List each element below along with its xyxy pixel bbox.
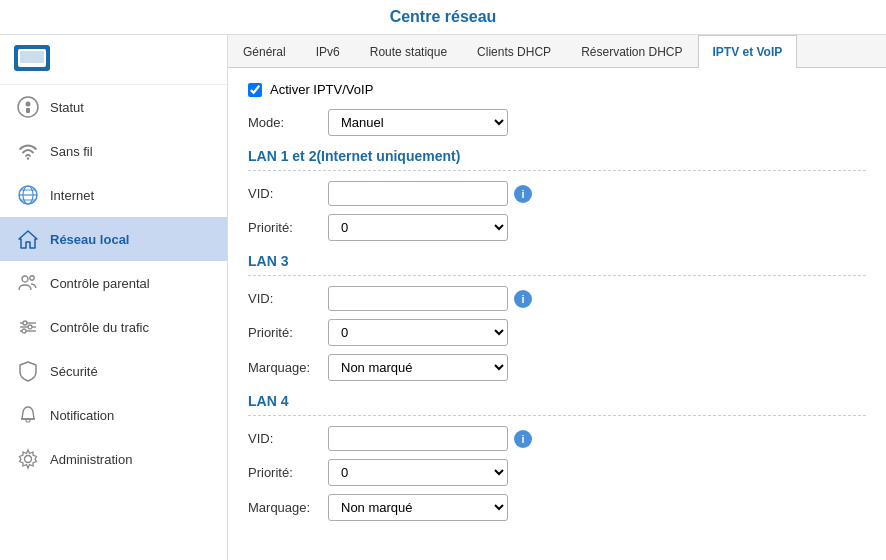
- lan3-vid-input[interactable]: [328, 286, 508, 311]
- notification-icon: [16, 403, 40, 427]
- lan3-vid-label: VID:: [248, 291, 328, 306]
- lan1-vid-label: VID:: [248, 186, 328, 201]
- lan4-priorite-label: Priorité:: [248, 465, 328, 480]
- sidebar-label-sans-fil: Sans fil: [50, 144, 93, 159]
- sidebar-item-controle-trafic[interactable]: Contrôle du trafic: [0, 305, 227, 349]
- svg-marker-12: [19, 231, 37, 248]
- trafic-icon: [16, 315, 40, 339]
- lan4-marquage-label: Marquage:: [248, 500, 328, 515]
- lan3-marquage-label: Marquage:: [248, 360, 328, 375]
- lan1-vid-input-wrap: i: [328, 181, 532, 206]
- sidebar-logo: [0, 35, 227, 85]
- lan4-marquage-row: Marquage: Non marquéMarqué: [248, 494, 866, 521]
- tab-clients-dhcp[interactable]: Clients DHCP: [462, 35, 566, 68]
- sidebar: Statut Sans fil: [0, 35, 228, 560]
- tab-iptv-voip[interactable]: IPTV et VoIP: [698, 35, 798, 68]
- sidebar-item-sans-fil[interactable]: Sans fil: [0, 129, 227, 173]
- lan1-section-title: LAN 1 et 2(Internet uniquement): [248, 148, 866, 171]
- tab-route-statique[interactable]: Route statique: [355, 35, 462, 68]
- lan4-priorite-row: Priorité: 0123 4567: [248, 459, 866, 486]
- lan4-vid-row: VID: i: [248, 426, 866, 451]
- sidebar-label-securite: Sécurité: [50, 364, 98, 379]
- sidebar-label-administration: Administration: [50, 452, 132, 467]
- sidebar-item-administration[interactable]: Administration: [0, 437, 227, 481]
- svg-point-6: [27, 157, 29, 159]
- svg-point-18: [23, 321, 27, 325]
- sidebar-item-controle-parental[interactable]: Contrôle parental: [0, 261, 227, 305]
- svg-point-13: [22, 276, 28, 282]
- tab-bar: Général IPv6 Route statique Clients DHCP…: [228, 35, 886, 68]
- lan3-vid-info-icon[interactable]: i: [514, 290, 532, 308]
- main-content: Général IPv6 Route statique Clients DHCP…: [228, 35, 886, 560]
- mode-select[interactable]: Manuel Automatique: [328, 109, 508, 136]
- sidebar-item-internet[interactable]: Internet: [0, 173, 227, 217]
- page-title: Centre réseau: [0, 0, 886, 35]
- lan1-vid-info-icon[interactable]: i: [514, 185, 532, 203]
- sidebar-item-reseau-local[interactable]: Réseau local: [0, 217, 227, 261]
- sidebar-item-notification[interactable]: Notification: [0, 393, 227, 437]
- lan4-vid-input-wrap: i: [328, 426, 532, 451]
- activer-iptv-row: Activer IPTV/VoIP: [248, 82, 866, 97]
- sidebar-label-controle-parental: Contrôle parental: [50, 276, 150, 291]
- sidebar-label-notification: Notification: [50, 408, 114, 423]
- wifi-icon: [16, 139, 40, 163]
- svg-point-19: [28, 325, 32, 329]
- content-body: Activer IPTV/VoIP Mode: Manuel Automatiq…: [228, 68, 886, 560]
- sidebar-item-securite[interactable]: Sécurité: [0, 349, 227, 393]
- security-icon: [16, 359, 40, 383]
- sidebar-label-statut: Statut: [50, 100, 84, 115]
- activer-iptv-checkbox[interactable]: [248, 83, 262, 97]
- mode-row: Mode: Manuel Automatique: [248, 109, 866, 136]
- lan3-priorite-label: Priorité:: [248, 325, 328, 340]
- sidebar-label-controle-trafic: Contrôle du trafic: [50, 320, 149, 335]
- lan1-priorite-select[interactable]: 0123 4567: [328, 214, 508, 241]
- lan3-marquage-select[interactable]: Non marquéMarqué: [328, 354, 508, 381]
- tab-ipv6[interactable]: IPv6: [301, 35, 355, 68]
- lan3-priorite-select[interactable]: 0123 4567: [328, 319, 508, 346]
- statut-icon: [16, 95, 40, 119]
- activer-iptv-label: Activer IPTV/VoIP: [270, 82, 373, 97]
- lan1-vid-row: VID: i: [248, 181, 866, 206]
- lan3-marquage-row: Marquage: Non marquéMarqué: [248, 354, 866, 381]
- home-icon: [16, 227, 40, 251]
- lan1-priorite-label: Priorité:: [248, 220, 328, 235]
- tab-general[interactable]: Général: [228, 35, 301, 68]
- lan1-vid-input[interactable]: [328, 181, 508, 206]
- lan4-priorite-select[interactable]: 0123 4567: [328, 459, 508, 486]
- lan4-vid-label: VID:: [248, 431, 328, 446]
- sidebar-label-internet: Internet: [50, 188, 94, 203]
- tab-reservation-dhcp[interactable]: Réservation DHCP: [566, 35, 697, 68]
- lan3-priorite-row: Priorité: 0123 4567: [248, 319, 866, 346]
- lan1-priorite-row: Priorité: 0123 4567: [248, 214, 866, 241]
- svg-point-20: [22, 329, 26, 333]
- lan3-section-title: LAN 3: [248, 253, 866, 276]
- parental-icon: [16, 271, 40, 295]
- lan4-vid-info-icon[interactable]: i: [514, 430, 532, 448]
- sidebar-item-statut[interactable]: Statut: [0, 85, 227, 129]
- lan4-vid-input[interactable]: [328, 426, 508, 451]
- svg-point-4: [26, 102, 31, 107]
- svg-rect-5: [26, 108, 30, 113]
- svg-rect-2: [20, 51, 44, 63]
- svg-point-23: [25, 456, 32, 463]
- mode-label: Mode:: [248, 115, 328, 130]
- lan4-section-title: LAN 4: [248, 393, 866, 416]
- lan3-vid-input-wrap: i: [328, 286, 532, 311]
- internet-icon: [16, 183, 40, 207]
- lan4-marquage-select[interactable]: Non marquéMarqué: [328, 494, 508, 521]
- sidebar-label-reseau-local: Réseau local: [50, 232, 130, 247]
- lan3-vid-row: VID: i: [248, 286, 866, 311]
- admin-icon: [16, 447, 40, 471]
- svg-point-3: [18, 97, 38, 117]
- svg-point-14: [30, 276, 34, 280]
